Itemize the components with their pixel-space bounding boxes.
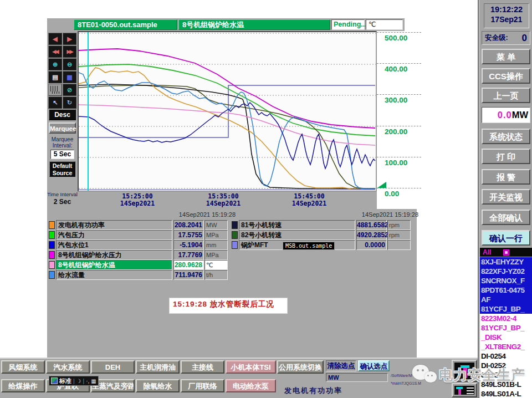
alarm-filter-bar: All	[480, 248, 532, 257]
series-name-cell[interactable]: 8号机组锅炉给水压力	[56, 250, 172, 260]
series-unit-cell: ℃	[204, 260, 228, 270]
alarm-item[interactable]: 8223M02-4	[480, 314, 532, 323]
series-name-cell[interactable]: 汽包压力	[56, 230, 172, 240]
legend-row[interactable]: 81号小机转速4881.6582rpm	[232, 220, 415, 230]
alarm-item[interactable]: 822XFJ-YZ02	[480, 267, 532, 276]
marquee-selection-box[interactable]	[79, 85, 375, 137]
grid-icon[interactable]: ▦	[63, 71, 76, 83]
rewind-icon[interactable]: ◀◀	[48, 45, 62, 58]
alarm-item[interactable]: 849LS01A-L	[480, 389, 532, 398]
ime-toolbar[interactable]: 标准 | ☽ | ·, ▦	[49, 376, 99, 386]
mw-unit-field[interactable]: MW	[326, 373, 388, 382]
menu-button-主机润滑油[interactable]: 主机润滑油	[136, 360, 180, 374]
desc-button[interactable]: Desc	[49, 109, 76, 120]
ime-keyboard-icon[interactable]: ▦	[91, 378, 96, 384]
ime-mode-label[interactable]: 标准	[59, 377, 71, 385]
sidebar-button-菜单[interactable]: 菜 单	[482, 49, 530, 64]
y-tick-label: 100.00	[385, 159, 421, 167]
ime-fullhalf-icon[interactable]: ☽	[76, 378, 81, 384]
legend-row[interactable]: 汽包水位1-5.1904mm	[49, 240, 232, 250]
data-table-icon[interactable]: ▤	[48, 71, 62, 83]
legend-row[interactable]: 8号机组锅炉给水温280.9628℃	[49, 260, 232, 270]
sidebar-button-报警[interactable]: 报 警	[482, 169, 530, 185]
alarm-item[interactable]: 8PDT61-0475	[480, 285, 532, 295]
zoom-in-icon[interactable]: ⊕	[48, 58, 62, 70]
trend-list-tool-button[interactable]	[452, 383, 477, 397]
series-unit-cell: rpm	[387, 220, 411, 230]
sidebar-button-打印[interactable]: 打 印	[482, 149, 530, 164]
menu-button-给煤操作[interactable]: 给煤操作	[1, 379, 45, 392]
alarm-item[interactable]: DI-0252	[480, 361, 532, 370]
menu-button-汽水系统[interactable]: 汽水系统	[46, 360, 90, 374]
alarm-item[interactable]: 81YCFJ_BP_	[480, 304, 532, 314]
series-name-cell[interactable]: 81号小机转速	[239, 220, 355, 230]
y-tick-label: 0.00	[385, 190, 421, 198]
alarm-filter-all-label[interactable]: All	[483, 248, 491, 256]
legend-row[interactable]: 8号机组锅炉给水压力17.7769MPa	[49, 250, 232, 260]
sidebar-button-系统状态[interactable]: 系统状态	[482, 129, 530, 144]
alarm-list: 8XJ-EHYZZY822XFJ-YZ02SNCRNOX_F8PDT61-047…	[480, 257, 532, 398]
menu-button-公用系统切换[interactable]: 公用系统切换	[277, 360, 324, 374]
acknowledge-row-button[interactable]: 确认一行	[482, 230, 530, 246]
legend-row[interactable]: 发电机有功功率208.2041MW	[49, 220, 232, 230]
menu-button-除氧给水[interactable]: 除氧给水	[136, 379, 180, 392]
alarm-item[interactable]: DI-0254	[480, 351, 532, 361]
menu-button-DEH[interactable]: DEH	[91, 360, 135, 374]
series-value-cell: 280.9628	[173, 260, 204, 270]
alarm-item[interactable]: SNCRNOX_F	[480, 276, 532, 285]
y-tick: 400.00	[377, 63, 421, 73]
series-color-swatch	[49, 241, 55, 249]
confirm-selection-button[interactable]: 确认选点	[358, 360, 390, 371]
alarm-item[interactable]: _XLT8ENG2_	[480, 342, 532, 351]
menu-button-小机本体TSI[interactable]: 小机本体TSI	[226, 360, 276, 374]
series-unit-cell: MPa	[204, 230, 228, 240]
y-tick-label: 200.00	[385, 127, 421, 136]
alarm-item[interactable]: 81YCFJ_BP_	[480, 323, 532, 333]
alarm-item[interactable]: AF	[480, 295, 532, 304]
fast-forward-icon[interactable]: ▶▶	[63, 45, 76, 58]
menu-button-风烟系统[interactable]: 风烟系统	[1, 360, 45, 374]
sidebar-button-全部确认[interactable]: 全部确认	[482, 210, 530, 225]
ime-mode-icon[interactable]	[51, 377, 58, 384]
clear-selection-button[interactable]: 清除选点	[326, 360, 356, 371]
sidebar-button-上一页[interactable]: 上一页	[482, 88, 530, 103]
sidebar-button-开关监视[interactable]: 开关监视	[482, 189, 530, 205]
cursor-icon[interactable]: ↖	[48, 96, 62, 109]
default-source-button[interactable]: Default Source	[49, 161, 75, 177]
trend-cursor-tool-button[interactable]	[452, 360, 477, 382]
cursor-timestamp-left: 14Sep2021 15:19:28	[158, 211, 236, 218]
trend-chart-plot[interactable]	[78, 31, 377, 192]
step-forward-icon[interactable]: ▶	[63, 33, 76, 45]
pen-trace-icon[interactable]	[48, 84, 62, 96]
alarm-item[interactable]: 849LS01B-L	[480, 380, 532, 389]
x-tick: 15:45:0014Sep2021	[284, 193, 334, 207]
series-value-cell: 208.2041	[173, 220, 204, 230]
ime-punctuation-icon[interactable]: ·,	[86, 378, 89, 384]
alarm-item[interactable]: _DISK	[480, 333, 532, 342]
marquee-interval-value[interactable]: 5 Sec	[50, 150, 74, 159]
series-name-cell[interactable]: 汽包水位1	[56, 240, 172, 250]
legend-row[interactable]: 82号小机转速4920.2852rpm	[232, 230, 415, 240]
legend-row[interactable]: 汽包压力17.5755MPa	[49, 230, 232, 240]
alarm-filter-icon[interactable]	[503, 249, 509, 256]
rotate-cursor-icon[interactable]: ↻	[63, 96, 76, 109]
alarm-item[interactable]: 8XJ-EHYZZY	[480, 257, 532, 267]
series-name-cell[interactable]: 8号机组锅炉给水温	[56, 260, 172, 270]
zoom-out-icon[interactable]: ⊖	[63, 58, 76, 70]
step-back-icon[interactable]: ◀	[48, 33, 62, 45]
trend-description-label: 8号机组锅炉给水温	[178, 19, 330, 30]
marquee-button[interactable]: Marquee	[49, 123, 76, 134]
software-path-text: /SoftWare/M	[391, 374, 412, 377]
menu-button-厂用联络[interactable]: 厂用联络	[181, 379, 224, 392]
legend-row[interactable]: 给水流量711.9476t/h	[49, 270, 232, 280]
menu-button-电动给水泵[interactable]: 电动给水泵	[226, 379, 276, 392]
menu-button-主接线[interactable]: 主接线	[181, 360, 224, 374]
series-name-cell[interactable]: 发电机有功功率	[56, 220, 172, 230]
series-name-cell[interactable]: 82号小机转速	[239, 230, 355, 240]
alarm-item[interactable]: 8G15	[480, 370, 532, 380]
series-value-cell: 4881.6582	[356, 220, 387, 230]
disable-icon[interactable]: ⊘	[63, 84, 76, 96]
series-name-cell[interactable]: 给水流量	[56, 270, 172, 280]
sidebar-button-CCS操作[interactable]: CCS操作	[482, 68, 530, 84]
trend-status-field: Pending...	[331, 19, 365, 30]
